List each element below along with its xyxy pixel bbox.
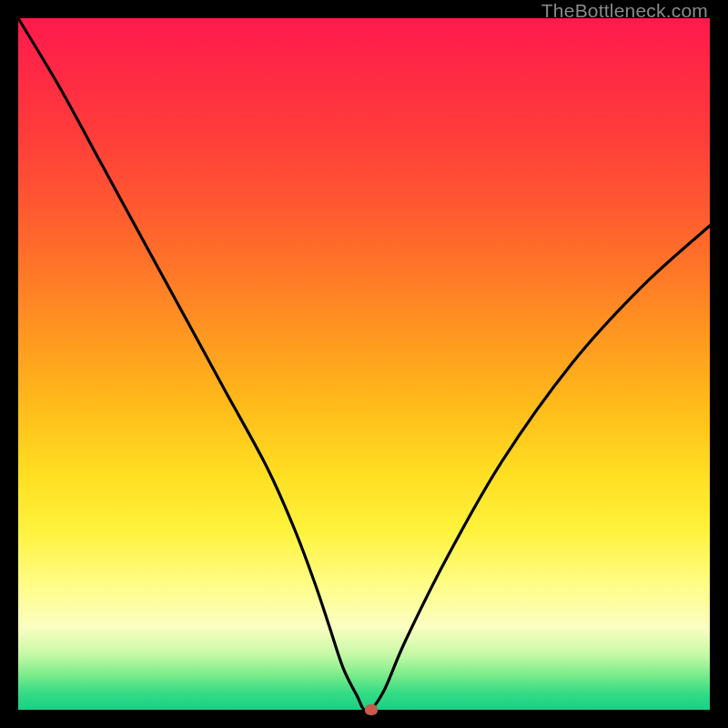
bottleneck-curve bbox=[18, 18, 710, 710]
plot-area bbox=[18, 18, 710, 710]
current-value-marker bbox=[365, 704, 378, 715]
watermark-text: TheBottleneck.com bbox=[541, 0, 708, 22]
chart-frame: TheBottleneck.com bbox=[0, 0, 728, 728]
